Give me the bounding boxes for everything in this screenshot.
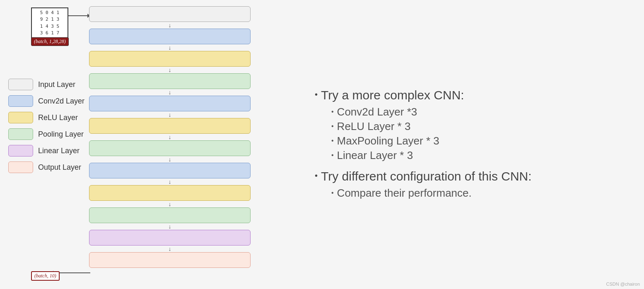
legend-label-0: Input Layer [38,80,75,89]
mnist-image: 5 0 4 19 2 1 31 4 3 53 6 1 7 [31,7,68,39]
left-panel: 5 0 4 19 2 1 31 4 3 53 6 1 7 (batch, 1,2… [0,0,302,289]
layer-conv2d-7 [89,163,251,178]
arrow-0: ↓ [89,22,251,29]
bullet-main-2: • Try different configuration of this CN… [315,169,532,183]
bullet-main-1: • Try a more complex CNN: [315,88,532,102]
layer-conv2d-4 [89,96,251,111]
arrow-7: ↓ [89,178,251,185]
layers-stack: ↓↓↓↓↓↓↓↓↓↓↓ [89,6,251,268]
arrow-6: ↓ [89,156,251,163]
legend-label-1: Conv2d Layer [38,97,84,106]
sub-bullet-1-1-text: Conv2d Layer *3 [337,106,417,118]
layer-linear-10 [89,230,251,246]
sub-dot-1: • [331,108,334,118]
legend-item-1: Conv2d Layer [8,95,84,107]
layer-relu-8 [89,185,251,201]
batch-label-bottom: (batch, 10) [31,271,60,281]
layer-pooling-9 [89,207,251,223]
layer-input-0 [89,6,251,22]
legend-item-0: Input Layer [8,79,84,90]
legend-box-3 [8,128,33,140]
sub-dot-4: • [331,152,334,162]
legend-box-2 [8,112,33,123]
legend-box-1 [8,95,33,107]
sub-dot-3: • [331,137,334,147]
legend-box-0 [8,79,33,90]
legend-label-3: Pooling Layer [38,130,84,139]
sub-dot-5: • [331,189,334,200]
main-bullet-2-text: Try different configuration of this CNN: [321,169,532,183]
legend-item-3: Pooling Layer [8,128,84,140]
legend-item-2: ReLU Layer [8,112,84,123]
bullet-sub-2-1: • Compare their performance. [331,187,532,200]
bullet-sub-1-4: • Linear Layer * 3 [331,149,532,162]
bullet-dot-1: • [315,90,318,102]
layer-pooling-3 [89,73,251,89]
arrow-4: ↓ [89,111,251,118]
sub-bullet-1-2-text: ReLU Layer * 3 [337,120,411,133]
arrow-1: ↓ [89,44,251,51]
bullet-dot-2: • [315,171,318,183]
sub-dot-2: • [331,123,334,133]
diagram-area: 5 0 4 19 2 1 31 4 3 53 6 1 7 (batch, 1,2… [4,4,302,285]
legend-box-5 [8,161,33,173]
batch-label-top: (batch, 1,28,28) [31,37,69,46]
legend: Input LayerConv2d LayerReLU LayerPooling… [8,79,84,173]
arrow-9: ↓ [89,223,251,230]
legend-item-4: Linear Layer [8,145,84,157]
arrow-10: ↓ [89,246,251,252]
legend-item-5: Output Layer [8,161,84,173]
layer-conv2d-1 [89,29,251,44]
sub-bullet-2-1-text: Compare their performance. [337,187,472,200]
legend-label-5: Output Layer [38,163,81,172]
right-content: • Try a more complex CNN: • Conv2d Layer… [315,88,532,201]
layer-relu-5 [89,118,251,134]
arrow-8: ↓ [89,201,251,207]
watermark: CSDN @chairon [606,282,640,287]
layer-relu-2 [89,51,251,67]
right-panel: • Try a more complex CNN: • Conv2d Layer… [302,0,644,289]
arrow-2: ↓ [89,67,251,73]
layer-pooling-6 [89,140,251,156]
bullet-sub-1-1: • Conv2d Layer *3 [331,106,532,118]
legend-label-4: Linear Layer [38,147,80,155]
main-bullet-1-text: Try a more complex CNN: [321,88,464,102]
legend-label-2: ReLU Layer [38,113,78,122]
layer-output-11 [89,252,251,268]
bullet-sub-1-2: • ReLU Layer * 3 [331,120,532,133]
sub-bullet-1-3-text: MaxPooling Layer * 3 [337,135,439,147]
input-arrow [68,15,90,16]
legend-box-4 [8,145,33,157]
arrow-5: ↓ [89,134,251,140]
bullet-sub-1-3: • MaxPooling Layer * 3 [331,135,532,147]
arrow-3: ↓ [89,89,251,96]
sub-bullet-1-4-text: Linear Layer * 3 [337,149,413,162]
